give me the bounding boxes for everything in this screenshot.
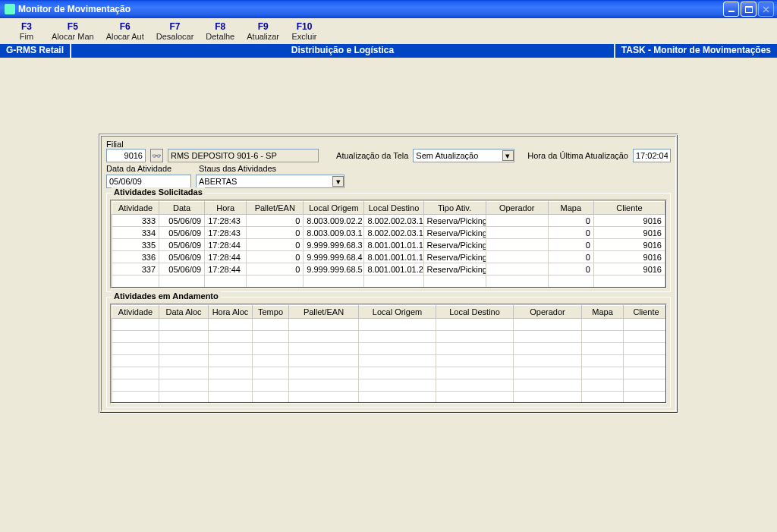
column-header[interactable]: Tempo bbox=[253, 306, 289, 319]
chevron-down-icon: ▾ bbox=[332, 176, 344, 187]
fkey-atualizar[interactable]: F9 Atualizar bbox=[241, 21, 285, 41]
group-solicitadas: Atividades Solicitadas AtividadeDataHora… bbox=[106, 193, 671, 292]
column-header[interactable]: Cliente bbox=[593, 202, 665, 215]
table-row bbox=[112, 319, 667, 331]
table-row bbox=[112, 379, 667, 392]
column-header[interactable]: Local Origem bbox=[304, 202, 364, 215]
grid-solicitadas[interactable]: AtividadeDataHoraPallet/EANLocal OrigemL… bbox=[112, 201, 665, 288]
filial-code-input[interactable] bbox=[106, 149, 146, 162]
window-title: Monitor de Movimentação bbox=[18, 4, 723, 14]
label-filial: Filial bbox=[106, 140, 671, 149]
label-hora-ultima: Hora da Última Atualização bbox=[527, 151, 628, 160]
lookup-filial-button[interactable]: 👓 bbox=[150, 149, 163, 162]
ribbon-right: TASK - Monitor de Movimentações bbox=[614, 44, 777, 58]
table-row[interactable]: 33405/06/0917:28:4308.003.009.03.18.002.… bbox=[112, 227, 665, 239]
column-header[interactable]: Hora Aloc bbox=[209, 306, 253, 319]
ribbon-left: G-RMS Retail bbox=[0, 44, 71, 58]
fkey-toolbar: F3 Fim F5 Alocar Man F6 Alocar Aut F7 De… bbox=[0, 18, 777, 44]
atualizacao-tela-select[interactable]: Sem Atualização ▾ bbox=[413, 149, 514, 162]
fkey-fim[interactable]: F3 Fim bbox=[8, 21, 46, 41]
column-header[interactable]: Local Destino bbox=[364, 202, 423, 215]
table-row[interactable]: 33605/06/0917:28:4409.999.999.68.48.001.… bbox=[112, 251, 665, 263]
svg-rect-0 bbox=[728, 11, 735, 12]
table-row[interactable]: 33305/06/0917:28:4308.003.009.02.28.002.… bbox=[112, 215, 665, 227]
label-atualizacao-tela: Atualização da Tela bbox=[336, 151, 408, 160]
filial-desc-display bbox=[168, 149, 319, 162]
column-header[interactable]: Atividade bbox=[112, 306, 159, 319]
data-atividade-input[interactable] bbox=[106, 175, 191, 188]
table-row bbox=[112, 355, 667, 367]
table-row bbox=[112, 343, 667, 355]
table-row[interactable]: 33505/06/0917:28:4409.999.999.68.38.001.… bbox=[112, 239, 665, 251]
column-header[interactable]: Local Destino bbox=[436, 306, 514, 319]
table-row[interactable]: 33705/06/0917:28:4409.999.999.68.58.001.… bbox=[112, 263, 665, 275]
legend-andamento: Atividades em Andamento bbox=[112, 291, 221, 301]
column-header[interactable]: Local Origem bbox=[359, 306, 436, 319]
fkey-desalocar[interactable]: F7 Desalocar bbox=[150, 21, 200, 41]
fkey-alocar-man[interactable]: F5 Alocar Man bbox=[46, 21, 100, 41]
fkey-detalhe[interactable]: F8 Detalhe bbox=[200, 21, 241, 41]
maximize-button[interactable] bbox=[741, 2, 757, 17]
hora-ultima-display bbox=[633, 149, 671, 162]
binoculars-icon: 👓 bbox=[152, 152, 161, 160]
table-row bbox=[112, 288, 665, 288]
fkey-alocar-aut[interactable]: F6 Alocar Aut bbox=[100, 21, 150, 41]
status-atividades-select[interactable]: ABERTAS ▾ bbox=[196, 175, 344, 188]
column-header[interactable]: Atividade bbox=[112, 202, 159, 215]
fkey-excluir[interactable]: F10 Excluir bbox=[285, 21, 323, 41]
table-row bbox=[112, 331, 667, 343]
minimize-button[interactable] bbox=[723, 2, 739, 17]
column-header[interactable]: Pallet/EAN bbox=[289, 306, 359, 319]
group-andamento: Atividades em Andamento AtividadeData Al… bbox=[106, 297, 671, 408]
main-panel: Filial 👓 Atualização da Tela Sem Atualiz… bbox=[99, 134, 678, 414]
grid-andamento[interactable]: AtividadeData AlocHora AlocTempoPallet/E… bbox=[112, 305, 666, 403]
table-row bbox=[112, 367, 667, 379]
column-header[interactable]: Operador bbox=[486, 202, 548, 215]
ribbon: G-RMS Retail Distribuição e Logística TA… bbox=[0, 44, 777, 58]
column-header[interactable]: Data Aloc bbox=[159, 306, 209, 319]
column-header[interactable]: Pallet/EAN bbox=[247, 202, 304, 215]
column-header[interactable]: Mapa bbox=[582, 306, 624, 319]
window-titlebar: Monitor de Movimentação bbox=[0, 0, 777, 18]
column-header[interactable]: Data bbox=[159, 202, 205, 215]
column-header[interactable]: Operador bbox=[514, 306, 582, 319]
app-icon bbox=[5, 4, 15, 14]
label-data-atividade: Data da Atividade bbox=[106, 164, 171, 173]
label-status-atividades: Staus das Atividades bbox=[199, 164, 276, 173]
table-row bbox=[112, 392, 667, 404]
svg-rect-2 bbox=[745, 6, 753, 8]
chevron-down-icon: ▾ bbox=[502, 150, 514, 161]
column-header[interactable]: Hora bbox=[205, 202, 247, 215]
column-header[interactable]: Mapa bbox=[548, 202, 593, 215]
close-button[interactable] bbox=[758, 2, 774, 17]
ribbon-center: Distribuição e Logística bbox=[71, 44, 614, 58]
column-header[interactable]: Cliente bbox=[624, 306, 667, 319]
table-row bbox=[112, 275, 665, 288]
column-header[interactable]: Tipo Ativ. bbox=[423, 202, 486, 215]
legend-solicitadas: Atividades Solicitadas bbox=[112, 187, 205, 197]
